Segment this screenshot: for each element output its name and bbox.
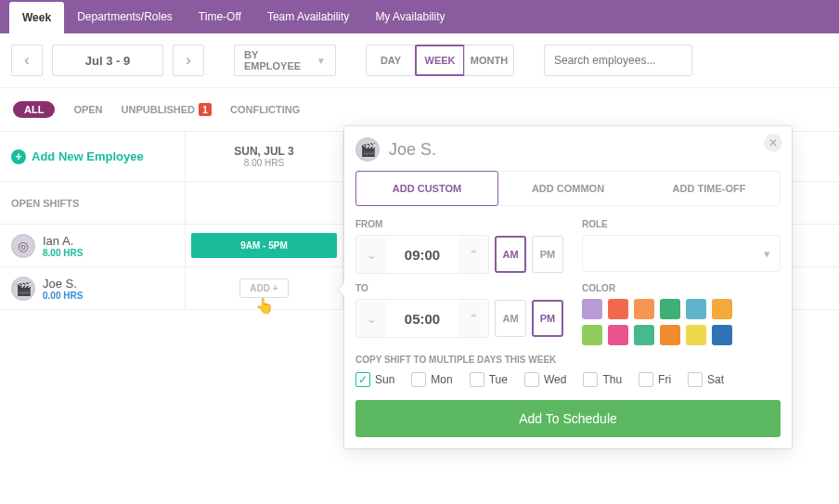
tab-add-timeoff[interactable]: ADD TIME-OFF <box>639 172 780 205</box>
to-label: TO <box>355 283 563 293</box>
filter-unpublished-label: UNPUBLISHED <box>122 104 195 115</box>
close-icon: ✕ <box>768 136 778 149</box>
from-time-up[interactable]: ⌃ <box>458 236 488 273</box>
view-day-button[interactable]: DAY <box>366 45 416 76</box>
add-employee-button[interactable]: + Add New Employee <box>0 132 186 181</box>
nav-tab-week[interactable]: Week <box>9 2 64 33</box>
role-label: ROLE <box>582 219 781 229</box>
from-label: FROM <box>355 219 563 229</box>
to-time-up[interactable]: ⌃ <box>458 300 488 310</box>
close-button[interactable]: ✕ <box>764 134 782 152</box>
group-by-select[interactable]: BY EMPLOYEE ▼ <box>234 45 336 76</box>
prev-week-button[interactable]: ‹ <box>11 45 43 76</box>
plus-icon: + <box>11 149 26 164</box>
day-hours: 8.00 HRS <box>197 158 331 168</box>
from-time-down[interactable]: ⌄ <box>356 236 386 273</box>
role-select[interactable]: ▾ <box>582 235 781 272</box>
search-box <box>544 45 692 76</box>
unpublished-count-badge: 1 <box>199 103 212 116</box>
employee-hours: 0.00 HRS <box>43 291 83 301</box>
filter-conflicting[interactable]: CONFLICTING <box>230 104 300 115</box>
add-shift-button[interactable]: ADD + <box>239 278 288 298</box>
employee-hours: 8.00 HRS <box>43 248 83 258</box>
popover-header: 🎬 Joe S. <box>355 137 781 162</box>
shift-pill[interactable]: 9AM - 5PM <box>191 233 337 258</box>
employee-name: Ian A. <box>43 234 83 248</box>
chevron-up-icon: ⌃ <box>469 248 479 262</box>
caret-down-icon: ▼ <box>316 56 326 66</box>
avatar-icon: ◎ <box>11 234 35 258</box>
to-am-button[interactable]: AM <box>495 300 526 310</box>
nav-tab-timeoff[interactable]: Time-Off <box>186 0 254 33</box>
employee-label[interactable]: ◎ Ian A. 8.00 HRS <box>0 225 186 266</box>
to-time-down[interactable]: ⌄ <box>356 300 386 310</box>
color-label: COLOR <box>582 283 781 293</box>
nav-tab-departments[interactable]: Departments/Roles <box>64 0 186 33</box>
tab-add-custom[interactable]: ADD CUSTOM <box>355 171 498 206</box>
view-toggle: DAY WEEK MONTH <box>366 45 514 76</box>
tab-add-common[interactable]: ADD COMMON <box>497 172 639 205</box>
day-header-sun: SUN, JUL 3 8.00 HRS <box>186 132 343 181</box>
nav-tab-my-availability[interactable]: My Availability <box>362 0 458 33</box>
shift-cell[interactable]: 9AM - 5PM <box>186 225 343 266</box>
filter-all[interactable]: ALL <box>13 101 55 118</box>
view-week-button[interactable]: WEEK <box>415 45 465 76</box>
nav-tab-team-availability[interactable]: Team Availability <box>254 0 363 33</box>
top-nav: Week Departments/Roles Time-Off Team Ava… <box>0 0 839 33</box>
popover-tabs: ADD CUSTOM ADD COMMON ADD TIME-OFF <box>355 171 781 206</box>
group-by-label: BY EMPLOYEE <box>244 49 309 71</box>
from-pm-button[interactable]: PM <box>532 236 563 273</box>
filter-unpublished[interactable]: UNPUBLISHED 1 <box>122 103 212 116</box>
color-swatch[interactable] <box>686 299 706 310</box>
caret-down-icon: ▾ <box>764 247 770 261</box>
color-swatches <box>582 299 749 310</box>
color-swatch[interactable] <box>582 299 602 310</box>
view-month-button[interactable]: MONTH <box>464 45 514 76</box>
shift-popover: ✕ 🎬 Joe S. ADD CUSTOM ADD COMMON ADD TIM… <box>343 125 793 310</box>
from-time-picker: ⌄ 09:00 ⌃ AM PM <box>355 235 563 274</box>
open-shifts-label: OPEN SHIFTS <box>0 182 186 224</box>
shift-cell[interactable]: ADD + <box>186 267 343 309</box>
employee-name: Joe S. <box>43 277 83 291</box>
color-swatch[interactable] <box>712 299 732 310</box>
date-range[interactable]: Jul 3 - 9 <box>52 45 163 76</box>
from-am-button[interactable]: AM <box>495 236 526 273</box>
toolbar: ‹ Jul 3 - 9 › BY EMPLOYEE ▼ DAY WEEK MON… <box>0 33 839 88</box>
add-employee-label: Add New Employee <box>32 149 144 163</box>
chevron-down-icon: ⌄ <box>367 248 377 262</box>
from-time-value[interactable]: 09:00 <box>386 236 458 273</box>
day-label: SUN, JUL 3 <box>197 145 331 158</box>
to-time-value[interactable]: 05:00 <box>386 300 458 310</box>
filter-open[interactable]: OPEN <box>73 104 102 115</box>
search-input[interactable] <box>554 54 682 67</box>
employee-label[interactable]: 🎬 Joe S. 0.00 HRS <box>0 267 186 309</box>
open-shifts-cell[interactable] <box>186 182 343 224</box>
color-swatch[interactable] <box>608 299 628 310</box>
to-pm-button[interactable]: PM <box>532 300 563 310</box>
to-time-picker: ⌄ 05:00 ⌃ AM PM <box>355 299 563 310</box>
avatar-icon: 🎬 <box>355 137 380 162</box>
color-swatch[interactable] <box>660 299 680 310</box>
popover-title: Joe S. <box>389 140 436 160</box>
avatar-icon: 🎬 <box>11 277 35 301</box>
color-swatch[interactable] <box>634 299 654 310</box>
next-week-button[interactable]: › <box>173 45 204 76</box>
